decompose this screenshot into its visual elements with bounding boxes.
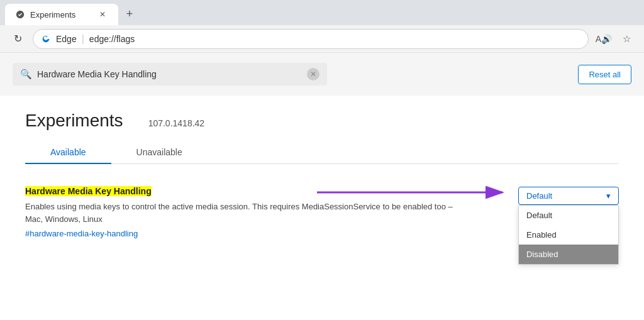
main-content: Experiments 107.0.1418.42 Available Unav… [0, 96, 644, 243]
tab-unavailable-label: Unavailable [136, 147, 182, 157]
search-area: 🔍 ✕ Reset all [0, 53, 644, 96]
page-header: Experiments 107.0.1418.42 [25, 111, 619, 131]
flag-name: Hardware Media Key Handling [25, 186, 152, 196]
tabs-row: Available Unavailable [25, 141, 619, 164]
search-icon: 🔍 [20, 69, 32, 80]
flag-dropdown-button[interactable]: Default ▾ [518, 187, 619, 205]
tab-available[interactable]: Available [25, 141, 111, 163]
reload-button[interactable]: ↻ [8, 29, 28, 49]
page-title: Experiments [25, 111, 123, 131]
active-tab[interactable]: Experiments ✕ [5, 4, 118, 25]
browser-toolbar: ↻ Edge | edge://flags A🔊 ☆ [0, 25, 644, 53]
browser-titlebar: Experiments ✕ + [0, 0, 644, 25]
read-aloud-button[interactable]: A🔊 [594, 29, 614, 49]
tab-favicon [15, 9, 25, 19]
url-text: edge://flags [89, 34, 135, 44]
dropdown-option-default[interactable]: Default [519, 206, 618, 225]
dropdown-option-enabled[interactable]: Enabled [519, 225, 618, 245]
flag-dropdown-container: Default ▾ Default Enabled Disabled [518, 187, 619, 205]
tab-unavailable[interactable]: Unavailable [111, 141, 208, 163]
star-icon: ☆ [623, 33, 631, 45]
favorites-button[interactable]: ☆ [616, 29, 636, 49]
flag-item: Hardware Media Key Handling Enables usin… [25, 179, 619, 243]
tab-available-label: Available [50, 147, 86, 157]
chevron-down-icon: ▾ [606, 191, 611, 201]
read-aloud-icon: A🔊 [596, 34, 612, 44]
tab-title: Experiments [30, 10, 75, 19]
edge-logo-icon [41, 34, 51, 44]
reset-all-button[interactable]: Reset all [578, 65, 631, 84]
flag-info: Hardware Media Key Handling Enables usin… [25, 184, 453, 238]
dropdown-current-value: Default [526, 191, 552, 201]
version-text: 107.0.1418.42 [148, 118, 205, 128]
address-bar[interactable]: Edge | edge://flags [33, 29, 589, 49]
address-separator: | [82, 33, 84, 45]
site-name: Edge [56, 34, 77, 44]
reload-icon: ↻ [14, 33, 22, 45]
search-input[interactable] [37, 69, 302, 79]
toolbar-right: A🔊 ☆ [594, 29, 636, 49]
search-clear-button[interactable]: ✕ [307, 68, 319, 80]
new-tab-button[interactable]: + [121, 5, 138, 23]
flag-description: Enables using media keys to control the … [25, 201, 453, 225]
flag-link[interactable]: #hardware-media-key-handling [25, 229, 453, 238]
flag-dropdown-menu: Default Enabled Disabled [518, 205, 619, 265]
tab-close-button[interactable]: ✕ [97, 9, 108, 20]
search-box: 🔍 ✕ [13, 63, 327, 86]
dropdown-option-disabled[interactable]: Disabled [519, 245, 618, 264]
page-content: 🔍 ✕ Reset all Experiments 107.0.1418.42 … [0, 53, 644, 320]
